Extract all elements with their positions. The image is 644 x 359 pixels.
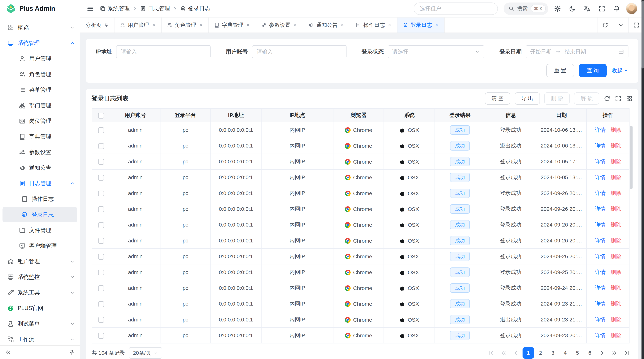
row-checkbox[interactable] (98, 222, 104, 228)
prev-pages-button[interactable] (498, 347, 509, 359)
export-button[interactable]: 导 出 (515, 92, 540, 105)
avatar[interactable] (626, 3, 638, 14)
breadcrumb-item-1[interactable]: 日志管理 (140, 5, 170, 12)
page-1-button[interactable]: 1 (522, 347, 534, 359)
select-all-checkbox[interactable] (98, 113, 104, 118)
close-tab-icon[interactable] (434, 23, 439, 27)
sidebar-item-11[interactable]: 操作日志 (0, 191, 80, 207)
clear-button[interactable]: 清 空 (485, 92, 510, 105)
detail-link[interactable]: 详情 (595, 253, 606, 259)
last-page-button[interactable] (621, 347, 632, 359)
breadcrumb-item-2[interactable]: 登录日志 (180, 5, 210, 12)
refresh-page-button[interactable] (597, 17, 613, 32)
pin-sidebar-icon[interactable] (69, 349, 75, 356)
column-settings-icon[interactable] (626, 95, 632, 102)
collapse-sidebar-icon[interactable] (5, 349, 11, 356)
refresh-table-icon[interactable] (604, 95, 610, 102)
sidebar-item-12[interactable]: 登录日志 (2, 207, 77, 222)
sidebar-item-19[interactable]: 测试菜单 (0, 316, 80, 332)
delete-link[interactable]: 删除 (610, 332, 621, 338)
page-scrollbar-thumb[interactable] (642, 1, 644, 69)
tab-5[interactable]: 通知公告 (303, 17, 350, 32)
sidebar-item-16[interactable]: 系统监控 (0, 269, 80, 285)
close-tab-icon[interactable] (198, 23, 203, 27)
reset-button[interactable]: 重 置 (546, 64, 574, 77)
sidebar-item-3[interactable]: 角色管理 (0, 66, 80, 82)
row-checkbox[interactable] (98, 206, 104, 212)
date-range-picker[interactable]: 开始日期 结束日期 (526, 45, 628, 58)
translate-icon[interactable] (584, 5, 591, 12)
detail-link[interactable]: 详情 (595, 285, 606, 291)
account-input[interactable] (252, 45, 346, 58)
close-tab-icon[interactable] (246, 23, 250, 27)
next-pages-button[interactable] (609, 347, 620, 359)
sidebar-item-2[interactable]: 用户管理 (0, 51, 80, 66)
detail-link[interactable]: 详情 (595, 190, 606, 196)
sidebar-item-18[interactable]: PLUS官网 (0, 300, 80, 316)
app-logo[interactable]: Plus Admin (0, 0, 80, 17)
page-scrollbar[interactable] (642, 0, 644, 359)
delete-link[interactable]: 删除 (610, 237, 621, 243)
sidebar-item-5[interactable]: 部门管理 (0, 98, 80, 113)
tab-2[interactable]: 角色管理 (162, 17, 209, 32)
ip-input[interactable] (116, 45, 210, 58)
sidebar-item-9[interactable]: 通知公告 (0, 160, 80, 176)
row-checkbox[interactable] (98, 254, 104, 260)
row-checkbox[interactable] (98, 159, 104, 165)
delete-link[interactable]: 删除 (610, 127, 621, 133)
sidebar-item-15[interactable]: 租户管理 (0, 254, 80, 269)
page-4-button[interactable]: 4 (560, 347, 571, 359)
table-scrollbar[interactable] (630, 126, 632, 189)
row-checkbox[interactable] (98, 270, 104, 275)
sidebar-item-14[interactable]: 客户端管理 (0, 238, 80, 254)
delete-link[interactable]: 删除 (610, 269, 621, 275)
prev-page-button[interactable] (510, 347, 522, 359)
delete-button[interactable]: 删 除 (544, 92, 570, 105)
delete-link[interactable]: 删除 (610, 190, 621, 196)
detail-link[interactable]: 详情 (595, 158, 606, 164)
breadcrumb-item-0[interactable]: 系统管理 (100, 5, 130, 12)
global-search-button[interactable]: 搜索 ⌘ K (504, 2, 548, 15)
detail-link[interactable]: 详情 (595, 174, 606, 180)
detail-link[interactable]: 详情 (595, 127, 606, 133)
row-checkbox[interactable] (98, 127, 104, 133)
tab-1[interactable]: 用户管理 (114, 17, 162, 32)
tab-3[interactable]: 字典管理 (209, 17, 256, 32)
sidebar-item-7[interactable]: 字典管理 (0, 129, 80, 144)
close-tab-icon[interactable] (387, 23, 392, 27)
status-select[interactable]: 请选择 (388, 45, 484, 58)
hamburger-menu-icon[interactable] (86, 5, 94, 12)
sidebar-item-4[interactable]: 菜单管理 (0, 82, 80, 98)
tab-0[interactable]: 分析页 (80, 17, 114, 32)
sidebar-item-8[interactable]: 参数设置 (0, 144, 80, 160)
delete-link[interactable]: 删除 (610, 301, 621, 307)
collapse-filters-link[interactable]: 收起 (612, 67, 628, 74)
tab-4[interactable]: 参数设置 (256, 17, 303, 32)
sidebar-item-1[interactable]: 系统管理 (0, 35, 80, 51)
first-page-button[interactable] (486, 347, 497, 359)
close-tab-icon[interactable] (340, 23, 344, 27)
page-size-select[interactable]: 20条/页 (129, 347, 162, 359)
detail-link[interactable]: 详情 (595, 269, 606, 275)
sidebar-item-20[interactable]: 工作流 (0, 332, 80, 345)
delete-link[interactable]: 删除 (610, 158, 621, 164)
sidebar-item-17[interactable]: 系统工具 (0, 285, 80, 300)
next-page-button[interactable] (596, 347, 608, 359)
delete-link[interactable]: 删除 (610, 143, 621, 149)
detail-link[interactable]: 详情 (595, 222, 606, 228)
page-2-button[interactable]: 2 (535, 347, 546, 359)
tenant-select-input[interactable] (414, 2, 498, 15)
row-checkbox[interactable] (98, 238, 104, 244)
page-6-button[interactable]: 6 (584, 347, 596, 359)
page-3-button[interactable]: 3 (547, 347, 558, 359)
delete-link[interactable]: 删除 (610, 206, 621, 212)
row-checkbox[interactable] (98, 333, 104, 339)
page-5-button[interactable]: 5 (572, 347, 583, 359)
detail-link[interactable]: 详情 (595, 206, 606, 212)
row-checkbox[interactable] (98, 175, 104, 181)
delete-link[interactable]: 删除 (610, 222, 621, 228)
fullscreen-table-icon[interactable] (615, 95, 622, 102)
sidebar-item-0[interactable]: 概览 (0, 20, 80, 35)
notifications-icon[interactable] (613, 5, 620, 12)
row-checkbox[interactable] (98, 317, 104, 323)
